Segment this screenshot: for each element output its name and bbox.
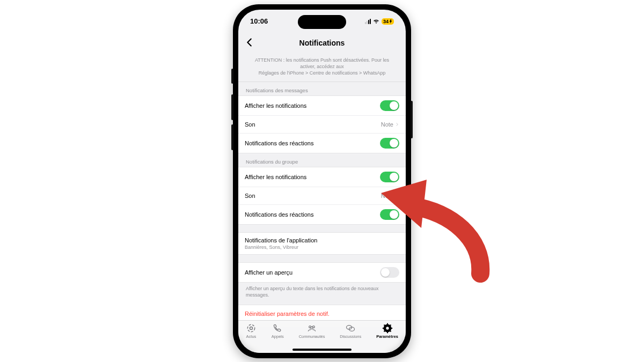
subtitle: Bannières, Sons, Vibreur: [245, 245, 317, 250]
side-button: [231, 69, 233, 84]
preview-footer: Afficher un aperçu du texte dans les not…: [238, 283, 406, 305]
tab-parametres[interactable]: Paramètres: [376, 323, 398, 339]
svg-line-16: [390, 324, 391, 326]
nav-header: Notifications: [238, 33, 406, 53]
group-groups: Afficher les notifications Son Note Noti…: [238, 167, 406, 225]
row-messages-show[interactable]: Afficher les notifications: [238, 96, 406, 116]
power-button: [411, 101, 413, 138]
svg-line-15: [384, 330, 385, 331]
group-preview: Afficher un aperçu: [238, 262, 406, 283]
row-groups-show[interactable]: Afficher les notifications: [238, 167, 406, 187]
tab-discussions[interactable]: Discussions: [340, 323, 361, 339]
tab-actus[interactable]: Actus: [246, 323, 257, 339]
group-messages: Afficher les notifications Son Note Noti…: [238, 95, 406, 153]
tab-bar: Actus Appels Communautés Discussions Par…: [238, 320, 406, 353]
gear-icon: [382, 323, 393, 334]
chevron-right-icon: [395, 122, 399, 127]
row-preview[interactable]: Afficher un aperçu: [238, 263, 406, 282]
svg-point-8: [386, 327, 389, 329]
screen: 10:06 34 Notifications ATTENTION : les n…: [238, 10, 406, 353]
status-icon: [246, 323, 257, 334]
cellular-icon: [365, 19, 371, 24]
row-groups-reactions[interactable]: Notifications des réactions: [238, 205, 406, 224]
push-disabled-warning: ATTENTION : les notifications Push sont …: [238, 53, 406, 82]
back-button[interactable]: [244, 36, 257, 49]
svg-line-14: [390, 330, 391, 331]
section-header-messages: Notifications des messages: [238, 82, 406, 95]
home-indicator[interactable]: [292, 349, 352, 351]
value: Note: [381, 193, 393, 199]
label: Notifications des réactions: [245, 211, 313, 218]
row-app-notifications[interactable]: Notifications de l'application Bannières…: [238, 233, 406, 254]
volume-up-button: [231, 94, 233, 120]
svg-point-1: [250, 327, 252, 329]
label: Afficher un aperçu: [245, 269, 292, 276]
volume-down-button: [231, 124, 233, 150]
row-messages-sound[interactable]: Son Note: [238, 116, 406, 134]
page-title: Notifications: [299, 39, 345, 47]
toggle-groups-show[interactable]: [380, 172, 399, 182]
svg-point-0: [247, 324, 254, 331]
toggle-preview[interactable]: [380, 267, 399, 278]
chevron-right-icon: [395, 194, 399, 198]
label: Réinitialiser paramètres de notif.: [245, 311, 330, 317]
chat-icon: [345, 323, 356, 334]
label: Son: [245, 193, 255, 199]
dynamic-island: [298, 15, 346, 29]
label: Afficher les notifications: [245, 174, 306, 180]
people-icon: [306, 323, 317, 334]
iphone-frame: 10:06 34 Notifications ATTENTION : les n…: [233, 4, 411, 358]
phone-icon: [272, 323, 283, 334]
settings-scroll[interactable]: ATTENTION : les notifications Push sont …: [238, 53, 406, 323]
label: Notifications de l'application: [245, 237, 317, 243]
tab-communautes[interactable]: Communautés: [299, 323, 325, 339]
tab-appels[interactable]: Appels: [272, 323, 284, 339]
group-app-notifications: Notifications de l'application Bannières…: [238, 232, 406, 255]
toggle-groups-reactions[interactable]: [380, 209, 399, 220]
battery-indicator: 34: [382, 18, 394, 25]
value: Note: [381, 121, 393, 128]
status-time: 10:06: [250, 17, 268, 25]
label: Son: [245, 121, 255, 128]
svg-line-13: [384, 324, 385, 326]
toggle-messages-show[interactable]: [380, 100, 399, 111]
section-header-groups: Notifications du groupe: [238, 153, 406, 167]
row-groups-sound[interactable]: Son Note: [238, 187, 406, 205]
wifi-icon: [372, 17, 380, 26]
toggle-messages-reactions[interactable]: [380, 138, 399, 149]
row-messages-reactions[interactable]: Notifications des réactions: [238, 134, 406, 153]
label: Afficher les notifications: [245, 102, 306, 109]
label: Notifications des réactions: [245, 140, 313, 146]
